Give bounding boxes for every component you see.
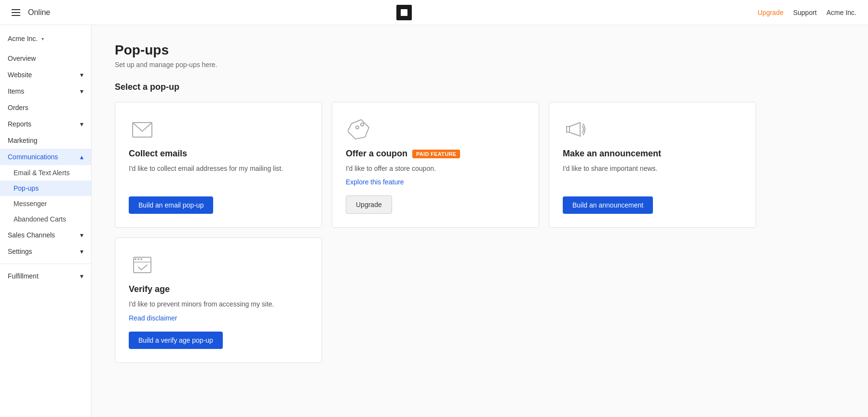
- build-announcement-button[interactable]: Build an announcement: [563, 196, 653, 214]
- sidebar-label-messenger: Messenger: [14, 200, 47, 208]
- chevron-down-icon: ▾: [80, 120, 83, 128]
- sidebar-label-orders: Orders: [8, 104, 28, 111]
- sidebar-label-sales-channels: Sales Channels: [8, 231, 55, 239]
- card-make-announcement-title: Make an announcement: [563, 149, 742, 159]
- card-collect-emails-actions: Build an email pop-up: [129, 196, 308, 214]
- card-offer-coupon: Offer a coupon PAID FEATURE I'd like to …: [332, 102, 539, 228]
- sidebar: Acme Inc. ▾ Overview Website ▾ Items ▾ O…: [0, 25, 92, 417]
- top-nav: Online Upgrade Support Acme Inc.: [0, 0, 868, 25]
- upgrade-link[interactable]: Upgrade: [758, 9, 784, 16]
- topnav-left: Online: [12, 8, 50, 17]
- verify-icon: [129, 251, 156, 278]
- square-logo-icon: [396, 5, 412, 20]
- coupon-icon: [346, 116, 373, 143]
- sidebar-label-abandoned-carts: Abandoned Carts: [14, 215, 66, 223]
- chevron-down-icon: ▾: [80, 272, 83, 280]
- sidebar-item-email-text-alerts[interactable]: Email & Text Alerts: [0, 165, 91, 181]
- topnav-right: Upgrade Support Acme Inc.: [758, 9, 856, 16]
- read-disclaimer-link[interactable]: Read disclaimer: [129, 314, 308, 322]
- svg-rect-1: [401, 9, 407, 16]
- card-offer-coupon-actions: Upgrade: [346, 195, 525, 214]
- chevron-down-icon: ▾: [41, 36, 44, 42]
- sidebar-label-communications: Communications: [8, 153, 58, 161]
- card-verify-age-desc: I'd like to prevent minors from accessin…: [129, 300, 308, 308]
- sidebar-label-marketing: Marketing: [8, 137, 37, 144]
- sidebar-item-abandoned-carts[interactable]: Abandoned Carts: [0, 211, 91, 227]
- card-collect-emails-title: Collect emails: [129, 149, 308, 159]
- chevron-down-icon: ▾: [80, 248, 83, 255]
- sidebar-label-items: Items: [8, 87, 24, 95]
- sidebar-item-overview[interactable]: Overview: [0, 50, 91, 67]
- card-verify-age-actions: Build a verify age pop-up: [129, 332, 308, 349]
- cards-row-1: Collect emails I'd like to collect email…: [115, 102, 845, 228]
- paid-feature-badge: PAID FEATURE: [412, 150, 460, 158]
- sidebar-divider: [0, 264, 91, 264]
- section-title: Select a pop-up: [115, 82, 845, 92]
- sidebar-item-fulfillment[interactable]: Fulfillment ▾: [0, 268, 91, 284]
- cards-row-2: Verify age I'd like to prevent minors fr…: [115, 237, 845, 363]
- page-subtitle: Set up and manage pop-ups here.: [115, 61, 845, 69]
- layout: Acme Inc. ▾ Overview Website ▾ Items ▾ O…: [0, 25, 868, 417]
- build-verify-age-button[interactable]: Build a verify age pop-up: [129, 332, 223, 349]
- svg-point-3: [361, 123, 364, 126]
- sidebar-item-settings[interactable]: Settings ▾: [0, 243, 91, 260]
- sidebar-label-website: Website: [8, 71, 32, 79]
- sidebar-label-overview: Overview: [8, 55, 36, 62]
- main-content: Pop-ups Set up and manage pop-ups here. …: [92, 25, 868, 417]
- sidebar-item-orders[interactable]: Orders: [0, 99, 91, 116]
- sidebar-item-sales-channels[interactable]: Sales Channels ▾: [0, 227, 91, 243]
- email-icon: [129, 116, 156, 143]
- sidebar-item-reports[interactable]: Reports ▾: [0, 116, 91, 132]
- sidebar-label-pop-ups: Pop-ups: [14, 184, 39, 192]
- svg-rect-5: [567, 126, 570, 132]
- card-verify-age: Verify age I'd like to prevent minors fr…: [115, 237, 322, 363]
- card-make-announcement-actions: Build an announcement: [563, 196, 742, 214]
- svg-point-9: [140, 258, 142, 260]
- sidebar-item-messenger[interactable]: Messenger: [0, 196, 91, 211]
- card-make-announcement: Make an announcement I'd like to share i…: [549, 102, 756, 228]
- sidebar-label-reports: Reports: [8, 120, 31, 128]
- sidebar-item-website[interactable]: Website ▾: [0, 67, 91, 83]
- sidebar-label-settings: Settings: [8, 248, 32, 255]
- sidebar-item-pop-ups[interactable]: Pop-ups: [0, 181, 91, 196]
- card-offer-coupon-title: Offer a coupon PAID FEATURE: [346, 149, 525, 159]
- account-menu[interactable]: Acme Inc.: [827, 9, 856, 16]
- card-collect-emails-desc: I'd like to collect email addresses for …: [129, 165, 308, 187]
- page-title: Pop-ups: [115, 42, 845, 58]
- announcement-icon: [563, 116, 590, 143]
- chevron-down-icon: ▾: [80, 231, 83, 239]
- brand-label: Online: [28, 8, 50, 17]
- svg-point-7: [135, 258, 136, 260]
- topnav-logo-container: [396, 5, 412, 20]
- card-verify-age-title: Verify age: [129, 284, 308, 294]
- card-make-announcement-desc: I'd like to share important news.: [563, 165, 742, 187]
- support-link[interactable]: Support: [793, 9, 817, 16]
- chevron-up-icon: ▴: [80, 153, 83, 161]
- sidebar-item-marketing[interactable]: Marketing: [0, 132, 91, 149]
- menu-icon[interactable]: [12, 9, 20, 16]
- chevron-down-icon: ▾: [80, 87, 83, 95]
- upgrade-button[interactable]: Upgrade: [346, 195, 392, 214]
- sidebar-account-name: Acme Inc.: [8, 35, 38, 42]
- svg-point-8: [137, 258, 139, 260]
- card-collect-emails: Collect emails I'd like to collect email…: [115, 102, 322, 228]
- sidebar-item-communications[interactable]: Communications ▴: [0, 149, 91, 165]
- sidebar-label-fulfillment: Fulfillment: [8, 272, 39, 280]
- card-offer-coupon-desc: I'd like to offer a store coupon.: [346, 165, 525, 172]
- chevron-down-icon: ▾: [80, 71, 83, 79]
- build-email-popup-button[interactable]: Build an email pop-up: [129, 196, 213, 214]
- explore-feature-link[interactable]: Explore this feature: [346, 178, 525, 186]
- sidebar-item-items[interactable]: Items ▾: [0, 83, 91, 99]
- svg-point-4: [356, 126, 359, 129]
- sidebar-account[interactable]: Acme Inc. ▾: [0, 31, 91, 50]
- sidebar-label-email-text-alerts: Email & Text Alerts: [14, 169, 69, 177]
